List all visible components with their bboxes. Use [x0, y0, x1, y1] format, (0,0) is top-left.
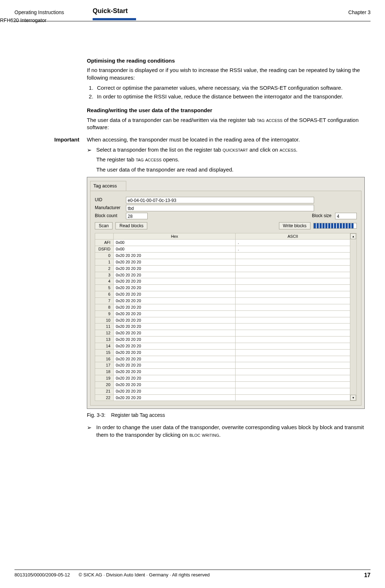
cell-ascii[interactable]: [236, 356, 350, 362]
table-row[interactable]: 140x20 20 20 20: [95, 343, 350, 349]
cell-ascii[interactable]: [236, 394, 350, 401]
cell-ascii[interactable]: [236, 297, 350, 304]
cell-hex[interactable]: 0x20 20 20 20: [114, 304, 236, 310]
cell-hex[interactable]: 0x20 20 20 20: [114, 310, 236, 317]
table-row[interactable]: 130x20 20 20 20: [95, 337, 350, 343]
table-row[interactable]: 60x20 20 20 20: [95, 291, 350, 298]
cell-ascii[interactable]: [236, 310, 350, 317]
table-row[interactable]: 170x20 20 20 20: [95, 362, 350, 369]
text: Select a transponder from the list on th…: [96, 147, 223, 153]
table-row[interactable]: 90x20 20 20 20: [95, 310, 350, 317]
cell-hex[interactable]: 0x20 20 20 20: [114, 356, 236, 362]
chapter-label: Chapter 3: [348, 9, 371, 15]
manufacturer-field[interactable]: tbd: [126, 205, 314, 211]
cell-hex[interactable]: 0x20 20 20 20: [114, 337, 236, 343]
table-row[interactable]: 00x20 20 20 20: [95, 253, 350, 259]
cell-ascii[interactable]: [236, 317, 350, 323]
tab-tag-access[interactable]: Tag access: [90, 181, 126, 191]
footer: 8013105/0000/2009-05-12 © SICK AG · Divi…: [14, 570, 371, 579]
scroll-down-icon[interactable]: ▾: [350, 395, 356, 401]
cell-hex[interactable]: 0x20 20 20 20: [114, 323, 236, 330]
table-row[interactable]: 200x20 20 20 20: [95, 381, 350, 388]
cell-ascii[interactable]: [236, 259, 350, 265]
cell-hex[interactable]: 0x20 20 20 20: [114, 297, 236, 304]
blockcount-field[interactable]: 28: [126, 213, 148, 219]
scrollbar[interactable]: ▴ ▾: [350, 233, 357, 401]
write-blocks-button[interactable]: Write blocks: [279, 222, 310, 229]
cell-index: 0: [95, 253, 114, 259]
table-row[interactable]: 220x20 20 20 20: [95, 394, 350, 401]
product-name: RFH620 Interrogator: [0, 17, 46, 23]
cell-hex[interactable]: 0x20 20 20 20: [114, 349, 236, 356]
table-row[interactable]: AFI0x00.: [95, 240, 350, 246]
text: The user data of a transponder can be re…: [87, 117, 257, 123]
table-row[interactable]: 80x20 20 20 20: [95, 304, 350, 310]
cell-hex[interactable]: 0x20 20 20 20: [114, 343, 236, 349]
cell-hex[interactable]: 0x20 20 20 20: [114, 381, 236, 388]
cell-ascii[interactable]: [236, 343, 350, 349]
smallcaps: access: [280, 147, 296, 153]
read-blocks-button[interactable]: Read blocks: [115, 222, 147, 229]
cell-hex[interactable]: 0x20 20 20 20: [114, 291, 236, 298]
cell-ascii[interactable]: [236, 253, 350, 259]
table-row[interactable]: 190x20 20 20 20: [95, 375, 350, 382]
cell-hex[interactable]: 0x20 20 20 20: [114, 272, 236, 278]
cell-ascii[interactable]: [236, 272, 350, 278]
page-number: 17: [364, 572, 371, 579]
table-row[interactable]: 180x20 20 20 20: [95, 369, 350, 375]
cell-hex[interactable]: 0x20 20 20 20: [114, 285, 236, 291]
cell-hex[interactable]: 0x20 20 20 20: [114, 259, 236, 265]
cell-ascii[interactable]: [236, 369, 350, 375]
cell-ascii[interactable]: .: [236, 240, 350, 246]
para-readwrite: The user data of a transponder can be re…: [87, 117, 369, 131]
cell-ascii[interactable]: [236, 388, 350, 394]
cell-hex[interactable]: 0x20 20 20 20: [114, 278, 236, 285]
cell-ascii[interactable]: [236, 265, 350, 272]
cell-hex[interactable]: 0x20 20 20 20: [114, 388, 236, 394]
cell-ascii[interactable]: .: [236, 246, 350, 253]
scroll-up-icon[interactable]: ▴: [350, 233, 356, 239]
table-row[interactable]: 110x20 20 20 20: [95, 323, 350, 330]
blocks-table[interactable]: Hex ASCII AFI0x00.DSFID0x00.00x20 20 20 …: [95, 233, 350, 401]
cell-hex[interactable]: 0x20 20 20 20: [114, 394, 236, 401]
table-row[interactable]: 30x20 20 20 20: [95, 272, 350, 278]
cell-ascii[interactable]: [236, 330, 350, 337]
cell-ascii[interactable]: [236, 375, 350, 382]
table-row[interactable]: 10x20 20 20 20: [95, 259, 350, 265]
cell-hex[interactable]: 0x00: [114, 246, 236, 253]
table-row[interactable]: 50x20 20 20 20: [95, 285, 350, 291]
table-row[interactable]: 70x20 20 20 20: [95, 297, 350, 304]
cell-hex[interactable]: 0x20 20 20 20: [114, 375, 236, 382]
cell-ascii[interactable]: [236, 362, 350, 369]
table-row[interactable]: 40x20 20 20 20: [95, 278, 350, 285]
cell-hex[interactable]: 0x20 20 20 20: [114, 330, 236, 337]
table-row[interactable]: 20x20 20 20 20: [95, 265, 350, 272]
cell-ascii[interactable]: [236, 323, 350, 330]
uid-field[interactable]: e0-04-01-00-07-0c-13-93: [126, 197, 314, 203]
table-row[interactable]: 100x20 20 20 20: [95, 317, 350, 323]
cell-ascii[interactable]: [236, 381, 350, 388]
cell-index: 8: [95, 304, 114, 310]
cell-hex[interactable]: 0x20 20 20 20: [114, 369, 236, 375]
panel-tag-access: UID e0-04-01-00-07-0c-13-93 Manufacturer…: [90, 191, 361, 406]
cell-ascii[interactable]: [236, 304, 350, 310]
cell-ascii[interactable]: [236, 291, 350, 298]
cell-hex[interactable]: 0x20 20 20 20: [114, 362, 236, 369]
cell-hex[interactable]: 0x20 20 20 20: [114, 317, 236, 323]
table-row[interactable]: 160x20 20 20 20: [95, 356, 350, 362]
table-row[interactable]: DSFID0x00.: [95, 246, 350, 253]
header-rule: [14, 21, 371, 21]
cell-hex[interactable]: 0x20 20 20 20: [114, 253, 236, 259]
cell-ascii[interactable]: [236, 349, 350, 356]
table-row[interactable]: 210x20 20 20 20: [95, 388, 350, 394]
cell-ascii[interactable]: [236, 337, 350, 343]
cell-hex[interactable]: 0x00: [114, 240, 236, 246]
doc-type: Operating Instructions: [14, 9, 64, 15]
table-row[interactable]: 150x20 20 20 20: [95, 349, 350, 356]
cell-ascii[interactable]: [236, 278, 350, 285]
blocksize-field[interactable]: 4: [335, 213, 357, 219]
cell-ascii[interactable]: [236, 285, 350, 291]
table-row[interactable]: 120x20 20 20 20: [95, 330, 350, 337]
scan-button[interactable]: Scan: [95, 222, 113, 229]
cell-hex[interactable]: 0x20 20 20 20: [114, 265, 236, 272]
